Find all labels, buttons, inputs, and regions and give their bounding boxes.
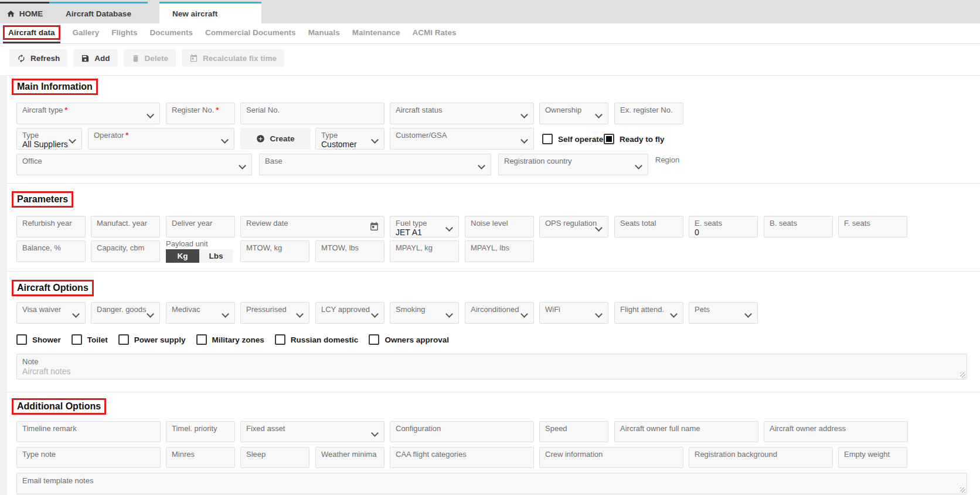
- office-select[interactable]: Office: [16, 154, 252, 175]
- type-note-input[interactable]: Type note: [16, 447, 161, 468]
- parameters-title: Parameters: [12, 191, 73, 208]
- deliver-year-input[interactable]: Deliver year: [166, 216, 235, 238]
- mpayl-kg-input[interactable]: MPAYL, kg: [390, 240, 459, 262]
- timel-priority-input[interactable]: Timel. priority: [166, 421, 235, 442]
- subtab-acmi-rates[interactable]: ACMI Rates: [412, 23, 456, 43]
- timeline-remark-input[interactable]: Timeline remark: [16, 421, 161, 442]
- shower-checkbox[interactable]: Shower: [16, 334, 61, 345]
- resize-grip[interactable]: [960, 487, 965, 493]
- payload-unit-label: Payload unit: [166, 239, 208, 248]
- supplier-type-select[interactable]: Type All Suppliers: [16, 128, 82, 150]
- required-marker: *: [216, 106, 219, 114]
- subtab-aircraft-data[interactable]: Aircraft data: [3, 23, 60, 43]
- visa-waiver-select[interactable]: Visa waiver: [16, 302, 86, 324]
- toilet-checkbox[interactable]: Toilet: [72, 334, 108, 345]
- aircraft-type-select[interactable]: Aircraft type*: [16, 103, 160, 124]
- options-checkbox-row: Shower Toilet Power supply Military zone…: [16, 334, 449, 345]
- subtab-flights[interactable]: Flights: [111, 23, 137, 43]
- minres-input[interactable]: Minres: [166, 447, 235, 468]
- tab-new-aircraft[interactable]: New aircraft: [159, 2, 261, 23]
- tab-aircraft-database[interactable]: Aircraft Database: [49, 2, 148, 23]
- serial-no-input[interactable]: Serial No.: [240, 103, 384, 124]
- russian-domestic-checkbox[interactable]: Russian domestic: [275, 334, 359, 345]
- aircraft-owner-address-input[interactable]: Aircraft owner address: [764, 421, 908, 442]
- wifi-select[interactable]: WiFi: [539, 302, 608, 324]
- fuel-type-select[interactable]: Fuel type JET A1: [390, 216, 459, 238]
- pets-select[interactable]: Pets: [689, 302, 758, 324]
- pressurised-select[interactable]: Pressurised: [240, 302, 309, 324]
- medivac-select[interactable]: Medivac: [166, 302, 235, 324]
- subtab-maintenance[interactable]: Maintenance: [352, 23, 400, 43]
- subtab-manuals[interactable]: Manuals: [308, 23, 340, 43]
- refresh-button-label: Refresh: [30, 54, 60, 63]
- recalculate-fix-time-button[interactable]: Recalculate fix time: [182, 49, 284, 67]
- resize-grip[interactable]: [960, 372, 965, 378]
- fixed-asset-select[interactable]: Fixed asset: [240, 421, 384, 442]
- balance-input[interactable]: Balance, %: [16, 240, 86, 262]
- owners-approval-checkbox[interactable]: Owners approval: [369, 334, 449, 345]
- note-placeholder: Aircraft notes: [22, 366, 961, 377]
- subtab-gallery[interactable]: Gallery: [73, 23, 100, 43]
- create-button[interactable]: Create: [240, 128, 311, 150]
- registration-background-input[interactable]: Registration background: [689, 447, 833, 468]
- b-seats-input[interactable]: B. seats: [764, 216, 833, 238]
- crew-information-input[interactable]: Crew information: [539, 447, 683, 468]
- tab-home[interactable]: HOME: [0, 2, 49, 23]
- section-divider: [7, 183, 980, 184]
- weather-minima-input[interactable]: Weather minima: [315, 447, 384, 468]
- configuration-input[interactable]: Configuration: [390, 421, 534, 442]
- mtow-lbs-input[interactable]: MTOW, lbs: [315, 240, 384, 262]
- flight-attend-select[interactable]: Flight attend.: [614, 302, 683, 324]
- danger-goods-select[interactable]: Danger. goods: [91, 302, 160, 324]
- f-seats-input[interactable]: F. seats: [838, 216, 907, 238]
- power-supply-checkbox[interactable]: Power supply: [118, 334, 186, 345]
- kg-toggle-button[interactable]: Kg: [166, 249, 199, 263]
- subtab-gallery-label: Gallery: [73, 28, 100, 37]
- shower-label: Shower: [32, 335, 61, 344]
- ready-to-fly-checkbox[interactable]: Ready to fly: [604, 134, 665, 144]
- delete-button[interactable]: Delete: [124, 49, 176, 67]
- refurbish-year-input[interactable]: Refurbish year: [16, 216, 86, 238]
- subtab-documents[interactable]: Documents: [150, 23, 193, 43]
- self-operated-checkbox[interactable]: Self operated: [542, 134, 608, 144]
- ownership-select[interactable]: Ownership: [539, 103, 608, 124]
- left-gutter: [0, 75, 7, 495]
- speed-input[interactable]: Speed: [539, 421, 608, 442]
- manufact-year-input[interactable]: Manufact. year: [91, 216, 160, 238]
- mpayl-lbs-input[interactable]: MPAYL, lbs: [465, 240, 534, 262]
- refresh-icon: [17, 54, 26, 63]
- customer-type-select[interactable]: Type Customer: [315, 128, 384, 150]
- customer-gsa-select[interactable]: Customer/GSA: [390, 128, 534, 150]
- capacity-input[interactable]: Capacity, cbm: [91, 240, 160, 262]
- airconditioned-select[interactable]: Airconditioned: [465, 302, 534, 324]
- add-button[interactable]: Add: [73, 49, 117, 67]
- section-divider: [7, 271, 980, 272]
- sleep-input[interactable]: Sleep: [240, 447, 309, 468]
- register-no-input[interactable]: Register No.*: [166, 103, 235, 124]
- caa-flight-categories-input[interactable]: CAA flight categories: [390, 447, 534, 468]
- note-textarea[interactable]: Note Aircraft notes: [16, 354, 967, 379]
- lbs-toggle-button[interactable]: Lbs: [199, 249, 233, 263]
- mtow-kg-input[interactable]: MTOW, kg: [240, 240, 309, 262]
- smoking-select[interactable]: Smoking: [390, 302, 459, 324]
- ex-register-no-input[interactable]: Ex. register No.: [614, 103, 683, 124]
- registration-country-select[interactable]: Registration country: [498, 154, 648, 175]
- noise-level-input[interactable]: Noise level: [465, 216, 534, 238]
- review-date-input[interactable]: Review date: [240, 216, 384, 238]
- base-select[interactable]: Base: [259, 154, 491, 175]
- email-template-notes-textarea[interactable]: Email template notes: [16, 473, 967, 494]
- customer-type-value: Customer: [321, 140, 379, 150]
- seats-total-input[interactable]: Seats total: [614, 216, 683, 238]
- top-tab-bar: HOME Aircraft Database New aircraft: [0, 0, 980, 23]
- aircraft-owner-full-name-input[interactable]: Aircraft owner full name: [614, 421, 758, 442]
- aircraft-status-select[interactable]: Aircraft status: [390, 103, 534, 124]
- empty-weight-input[interactable]: Empty weight: [838, 447, 907, 468]
- refresh-button[interactable]: Refresh: [9, 49, 67, 67]
- operator-select[interactable]: Operator*: [88, 128, 234, 150]
- e-seats-input[interactable]: E. seats 0: [689, 216, 758, 238]
- ops-regulation-select[interactable]: OPS regulation: [539, 216, 608, 238]
- military-zones-checkbox[interactable]: Military zones: [196, 334, 264, 345]
- subtab-commercial-documents[interactable]: Commercial Documents: [205, 23, 296, 43]
- lcy-approved-select[interactable]: LCY approved: [315, 302, 384, 324]
- aircraft-options-title: Aircraft Options: [12, 280, 94, 296]
